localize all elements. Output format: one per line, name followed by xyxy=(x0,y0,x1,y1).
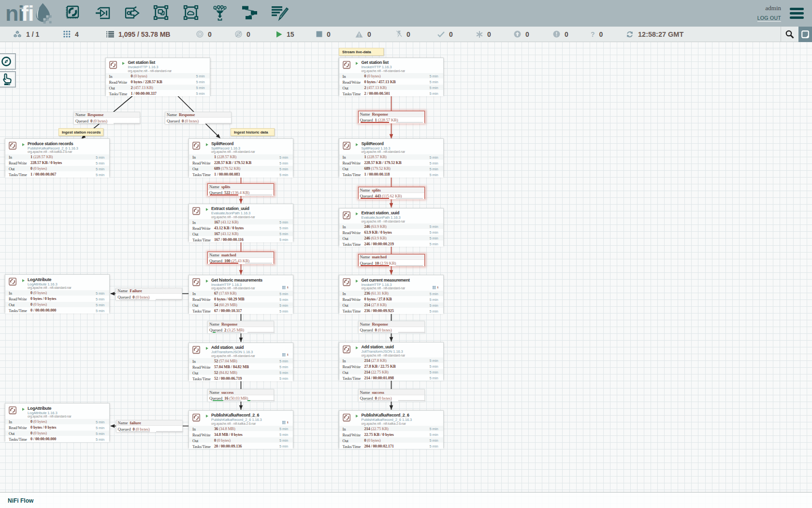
svg-text:fi: fi xyxy=(21,1,34,26)
